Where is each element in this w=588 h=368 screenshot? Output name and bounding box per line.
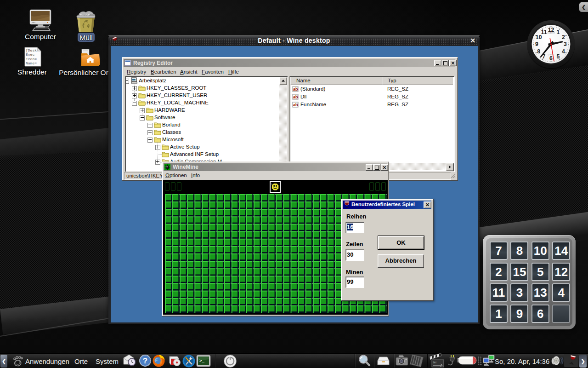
svg-text:9: 9: [535, 41, 538, 47]
svg-text:4: 4: [562, 48, 565, 55]
svg-text:2: 2: [562, 34, 565, 40]
svg-text:TH!: TH!: [433, 362, 437, 364]
svg-text:Exec=: Exec=: [26, 52, 37, 57]
svg-text:ab: ab: [293, 87, 298, 92]
svg-text:11: 11: [541, 29, 547, 35]
svg-text:>_: >_: [199, 359, 204, 363]
svg-text:Icon=: Icon=: [26, 57, 37, 61]
svg-text:5: 5: [557, 53, 560, 60]
svg-text:QUARTZ: QUARTZ: [547, 32, 555, 34]
svg-text:6: 6: [549, 55, 553, 62]
svg-text:ab: ab: [293, 103, 298, 107]
svg-text:[Desk: [Desk: [26, 48, 37, 52]
svg-text:?: ?: [143, 356, 147, 365]
svg-text:ab: ab: [293, 95, 298, 99]
svg-text:1: 1: [557, 29, 560, 35]
svg-text:8: 8: [537, 48, 540, 55]
svg-text:Name=: Name=: [26, 61, 37, 65]
svg-text:3: 3: [564, 41, 567, 47]
